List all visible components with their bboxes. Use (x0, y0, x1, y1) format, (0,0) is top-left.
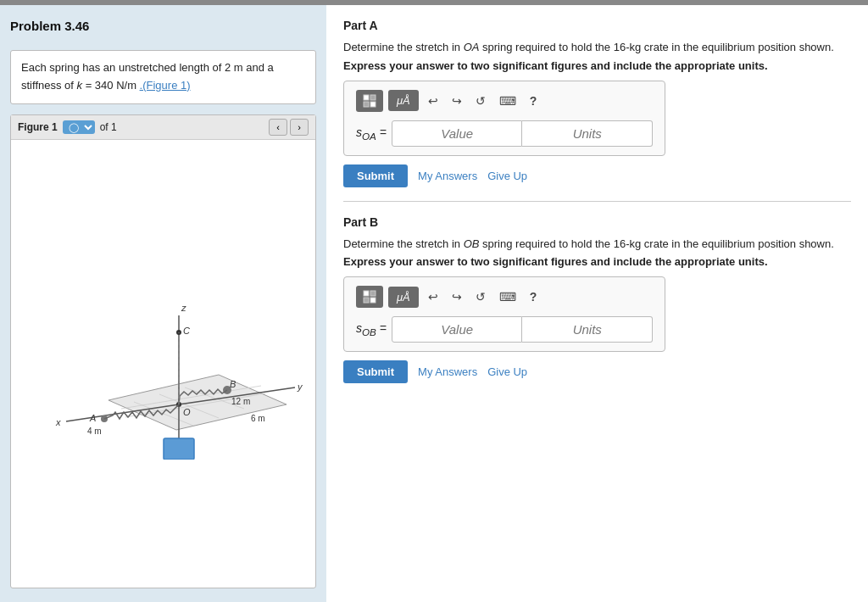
part-b-toolbar: μÅ ↩ ↪ ↺ ⌨ ? (356, 286, 653, 308)
svg-text:x: x (55, 417, 61, 427)
figure-content: z y x O C A (11, 140, 315, 585)
figure-link[interactable]: .(Figure 1) (140, 79, 191, 92)
part-a-instruction: Express your answer to two significant f… (343, 59, 851, 72)
desc-stiffness-prefix: stiffness of (21, 79, 77, 92)
part-b-give-up-btn[interactable]: Give Up (487, 365, 527, 378)
part-b-answer-box: μÅ ↩ ↪ ↺ ⌨ ? sOB = (343, 276, 665, 352)
part-b-input-label: sOB = (356, 321, 387, 337)
part-a-keyboard-btn[interactable]: ⌨ (495, 92, 520, 110)
desc-line1: Each spring has an unstretched length of… (21, 61, 274, 74)
part-a-my-answers-btn[interactable]: My Answers (418, 170, 477, 182)
part-b-mu-btn[interactable]: μÅ (388, 287, 419, 308)
part-b-refresh-btn[interactable]: ↺ (471, 287, 490, 306)
figure-header: Figure 1 ◯ of 1 ‹ › (11, 115, 315, 140)
figure-select[interactable]: ◯ (63, 120, 95, 134)
part-a-give-up-btn[interactable]: Give Up (487, 170, 527, 182)
part-b-undo-btn[interactable]: ↩ (424, 287, 442, 306)
svg-text:6 m: 6 m (251, 414, 265, 423)
part-a-section: Part A Determine the stretch in OA sprin… (343, 19, 851, 202)
desc-k-value: = 340 N/m (82, 79, 140, 92)
part-b-instruction: Express your answer to two significant f… (343, 255, 851, 268)
figure-box: Figure 1 ◯ of 1 ‹ › (10, 114, 316, 588)
right-panel: Part A Determine the stretch in OA sprin… (326, 5, 868, 602)
part-b-units-input[interactable] (522, 316, 653, 343)
figure-prev-btn[interactable]: ‹ (269, 119, 287, 136)
part-a-toolbar: μÅ ↩ ↪ ↺ ⌨ ? (356, 90, 653, 112)
svg-text:4 m: 4 m (87, 426, 102, 436)
svg-text:A: A (89, 413, 96, 423)
figure-of: of 1 (100, 121, 117, 133)
problem-title: Problem 3.46 (10, 19, 316, 33)
svg-text:y: y (297, 382, 303, 392)
part-b-input-row: sOB = (356, 316, 653, 343)
figure-label: Figure 1 (18, 121, 58, 133)
svg-text:12 m: 12 m (231, 397, 250, 406)
part-b-desc: Determine the stretch in OB spring requi… (343, 236, 851, 253)
svg-rect-35 (370, 291, 376, 296)
part-b-keyboard-btn[interactable]: ⌨ (495, 287, 520, 306)
part-a-answer-box: μÅ ↩ ↪ ↺ ⌨ ? sOA = (343, 81, 665, 156)
svg-rect-31 (370, 95, 376, 100)
figure-nav-btns: ‹ › (269, 119, 309, 136)
figure-svg: z y x O C A (24, 265, 303, 460)
part-a-redo-btn[interactable]: ↪ (448, 92, 466, 110)
part-a-grid-btn[interactable] (356, 90, 383, 112)
svg-text:C: C (183, 326, 190, 336)
svg-rect-30 (364, 95, 369, 100)
part-a-help-btn[interactable]: ? (526, 92, 542, 110)
grid-icon-b (363, 290, 376, 304)
part-a-input-row: sOA = (356, 120, 653, 147)
svg-text:O: O (183, 407, 191, 417)
svg-text:z: z (181, 303, 186, 313)
part-a-submit-btn[interactable]: Submit (343, 164, 408, 187)
part-a-input-label: sOA = (356, 125, 387, 142)
part-b-submit-btn[interactable]: Submit (343, 360, 408, 383)
svg-rect-34 (364, 291, 369, 296)
figure-next-btn[interactable]: › (290, 119, 309, 136)
part-b-action-row: Submit My Answers Give Up (343, 360, 851, 383)
part-a-desc: Determine the stretch in OA spring requi… (343, 39, 851, 56)
problem-description: Each spring has an unstretched length of… (10, 50, 316, 104)
part-a-mu-btn[interactable]: μÅ (388, 90, 419, 111)
svg-rect-32 (364, 102, 369, 107)
part-a-action-row: Submit My Answers Give Up (343, 164, 851, 187)
svg-rect-37 (370, 298, 376, 303)
part-a-title: Part A (343, 19, 851, 32)
part-b-grid-btn[interactable] (356, 286, 383, 308)
part-a-units-input[interactable] (522, 120, 653, 147)
left-panel: Problem 3.46 Each spring has an unstretc… (0, 5, 326, 602)
grid-icon (363, 94, 376, 108)
svg-rect-33 (370, 102, 376, 107)
part-a-value-input[interactable] (392, 120, 523, 147)
part-b-title: Part B (343, 215, 851, 229)
part-b-value-input[interactable] (392, 316, 523, 343)
part-a-undo-btn[interactable]: ↩ (424, 92, 442, 110)
part-a-refresh-btn[interactable]: ↺ (471, 92, 490, 110)
svg-rect-36 (364, 298, 369, 303)
svg-text:B: B (230, 379, 236, 389)
part-b-my-answers-btn[interactable]: My Answers (418, 365, 477, 378)
part-b-section: Part B Determine the stretch in OB sprin… (343, 215, 851, 398)
svg-rect-29 (164, 438, 194, 460)
part-b-help-btn[interactable]: ? (526, 287, 542, 306)
part-b-redo-btn[interactable]: ↪ (448, 287, 466, 306)
